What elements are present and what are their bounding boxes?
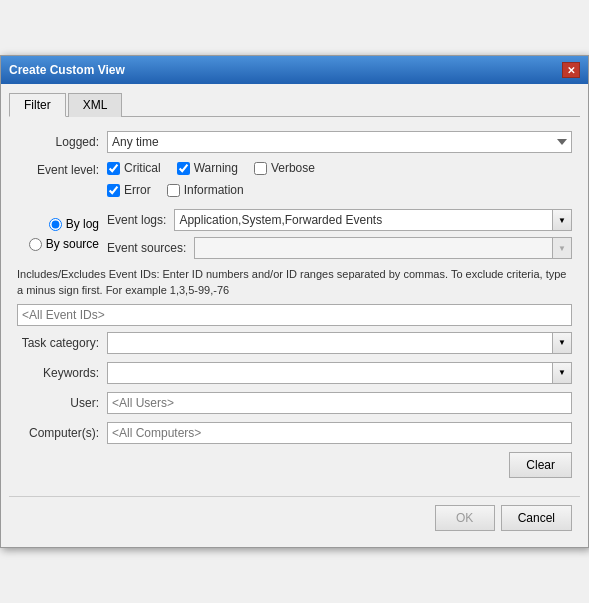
keywords-combo: ▼ (107, 362, 572, 384)
event-level-row2: Error Information (107, 183, 572, 197)
by-source-label: By source (46, 237, 99, 251)
error-checkbox-label[interactable]: Error (107, 183, 151, 197)
event-ids-input[interactable] (17, 304, 572, 326)
task-category-control: ▼ (107, 332, 572, 354)
computers-label: Computer(s): (17, 426, 107, 440)
by-source-radio[interactable] (29, 238, 42, 251)
information-checkbox[interactable] (167, 184, 180, 197)
event-sources-input[interactable] (194, 237, 552, 259)
event-logs-combo: ▼ (174, 209, 572, 231)
event-level-checks: Critical Warning Verbose (107, 161, 572, 201)
clear-button[interactable]: Clear (509, 452, 572, 478)
close-button[interactable]: ✕ (562, 62, 580, 78)
event-ids-row (17, 304, 572, 326)
warning-label: Warning (194, 161, 238, 175)
dialog-buttons: OK Cancel (9, 496, 580, 539)
cancel-button[interactable]: Cancel (501, 505, 572, 531)
task-category-dropdown-btn[interactable]: ▼ (552, 332, 572, 354)
event-sources-combo: ▼ (194, 237, 572, 259)
event-logs-label: Event logs: (107, 213, 166, 227)
keywords-dropdown-btn[interactable]: ▼ (552, 362, 572, 384)
computers-row: Computer(s): (17, 422, 572, 444)
verbose-checkbox[interactable] (254, 162, 267, 175)
by-log-label: By log (66, 217, 99, 231)
keywords-input[interactable] (107, 362, 552, 384)
by-source-radio-label[interactable]: By source (29, 237, 99, 251)
by-log-radio[interactable] (49, 218, 62, 231)
user-control (107, 392, 572, 414)
user-input[interactable] (107, 392, 572, 414)
by-log-row: By log By source Event logs: ▼ (17, 209, 572, 259)
task-category-label: Task category: (17, 336, 107, 350)
event-level-row1: Critical Warning Verbose (107, 161, 572, 175)
information-checkbox-label[interactable]: Information (167, 183, 244, 197)
warning-checkbox[interactable] (177, 162, 190, 175)
event-level-label: Event level: (17, 161, 107, 177)
keywords-row: Keywords: ▼ (17, 362, 572, 384)
keywords-label: Keywords: (17, 366, 107, 380)
event-logs-input[interactable] (174, 209, 552, 231)
radio-group: By log By source (17, 217, 107, 251)
logged-label: Logged: (17, 135, 107, 149)
clear-row: Clear (17, 452, 572, 478)
verbose-label: Verbose (271, 161, 315, 175)
task-category-input[interactable] (107, 332, 552, 354)
error-checkbox[interactable] (107, 184, 120, 197)
filter-form: Logged: Any time Last hour Last 12 hours… (9, 127, 580, 488)
event-sources-row: Event sources: ▼ (107, 237, 572, 259)
tab-filter[interactable]: Filter (9, 93, 66, 117)
task-category-row: Task category: ▼ (17, 332, 572, 354)
event-logs-dropdown-btn[interactable]: ▼ (552, 209, 572, 231)
information-label: Information (184, 183, 244, 197)
by-log-radio-label[interactable]: By log (49, 217, 99, 231)
dialog-content: Filter XML Logged: Any time Last hour La… (1, 84, 588, 547)
keywords-control: ▼ (107, 362, 572, 384)
error-label: Error (124, 183, 151, 197)
computers-control (107, 422, 572, 444)
logged-row: Logged: Any time Last hour Last 12 hours… (17, 131, 572, 153)
ok-button[interactable]: OK (435, 505, 495, 531)
event-sources-dropdown-btn[interactable]: ▼ (552, 237, 572, 259)
description-text: Includes/Excludes Event IDs: Enter ID nu… (17, 267, 572, 298)
warning-checkbox-label[interactable]: Warning (177, 161, 238, 175)
logged-select[interactable]: Any time Last hour Last 12 hours Last 24… (107, 131, 572, 153)
titlebar: Create Custom View ✕ (1, 56, 588, 84)
critical-checkbox-label[interactable]: Critical (107, 161, 161, 175)
computers-input[interactable] (107, 422, 572, 444)
critical-checkbox[interactable] (107, 162, 120, 175)
event-level-row: Event level: Critical Warning (17, 161, 572, 201)
event-sources-label: Event sources: (107, 241, 186, 255)
create-custom-view-dialog: Create Custom View ✕ Filter XML Logged: … (0, 55, 589, 548)
verbose-checkbox-label[interactable]: Verbose (254, 161, 315, 175)
dialog-title: Create Custom View (9, 63, 125, 77)
logged-control: Any time Last hour Last 12 hours Last 24… (107, 131, 572, 153)
user-label: User: (17, 396, 107, 410)
critical-label: Critical (124, 161, 161, 175)
event-logs-row: Event logs: ▼ (107, 209, 572, 231)
task-category-combo: ▼ (107, 332, 572, 354)
user-row: User: (17, 392, 572, 414)
log-source-controls: Event logs: ▼ Event sources: ▼ (107, 209, 572, 259)
tab-bar: Filter XML (9, 92, 580, 117)
tab-xml[interactable]: XML (68, 93, 123, 117)
